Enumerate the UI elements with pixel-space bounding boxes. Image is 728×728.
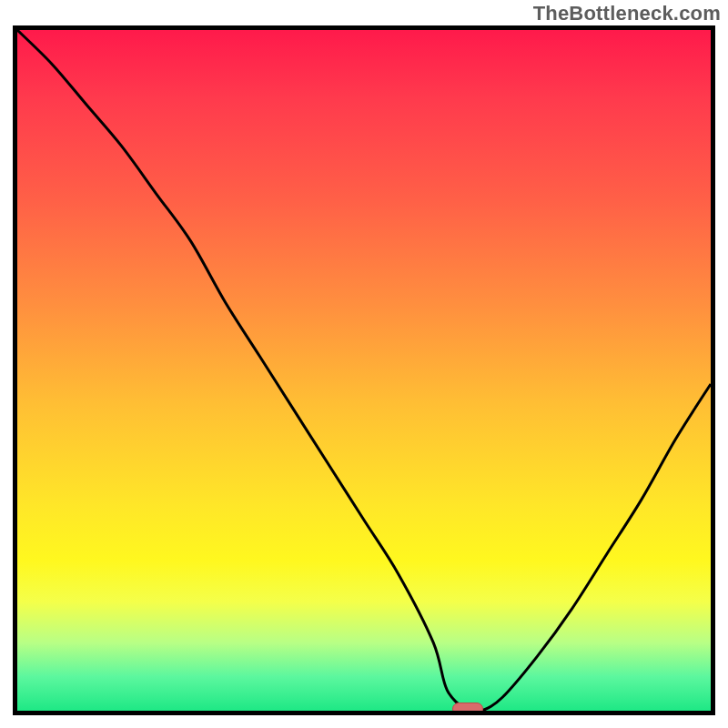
plot-area [13, 25, 715, 715]
watermark-text: TheBottleneck.com [533, 2, 721, 25]
bottleneck-curve-path [17, 30, 711, 711]
chart-frame: TheBottleneck.com [0, 0, 728, 728]
optimal-config-marker [452, 703, 483, 715]
bottleneck-curve [17, 30, 711, 711]
